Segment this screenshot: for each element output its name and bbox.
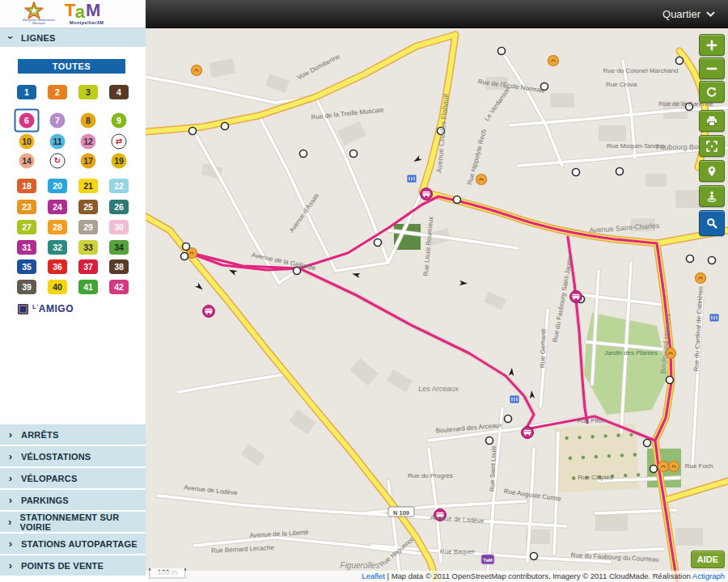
line-badge-35[interactable]: 35 xyxy=(17,259,36,274)
reset-view-button[interactable] xyxy=(699,81,725,103)
line-badge-41[interactable]: 41 xyxy=(78,280,98,294)
tam-shop-icon: TaM xyxy=(481,555,494,564)
line-badge-9[interactable]: 9 xyxy=(112,113,127,129)
search-button[interactable] xyxy=(699,210,725,236)
line-badge-34[interactable]: 34 xyxy=(109,240,129,255)
chevron-right-icon: › xyxy=(0,516,20,528)
zoom-out-button[interactable] xyxy=(699,57,725,79)
line-badge-23[interactable]: 23 xyxy=(17,200,36,214)
aide-button[interactable]: AIDE xyxy=(691,550,725,568)
map-base: N 109 TaM Voie DomitienneRue de la Treil… xyxy=(146,28,728,582)
actigraph-link[interactable]: Actigraph xyxy=(692,571,725,580)
section-stationnement-sur-voirie[interactable]: ›STATIONNEMENT SUR VOIRIE xyxy=(0,512,146,532)
line-badge-26[interactable]: 26 xyxy=(109,200,129,214)
line-badge-40[interactable]: 40 xyxy=(48,280,67,294)
chevron-right-icon: › xyxy=(0,472,21,484)
toutes-button[interactable]: TOUTES xyxy=(18,59,125,74)
map-canvas[interactable]: N 109 TaM Voie DomitienneRue de la Treil… xyxy=(146,28,728,582)
museum-icon xyxy=(408,175,417,183)
attribution-bar: Leaflet | Map data © 2011 OpenStreetMap … xyxy=(146,571,728,582)
stop-marker xyxy=(686,103,693,111)
la-ronde-icon[interactable]: ⇄ xyxy=(112,134,127,150)
section-velostations[interactable]: ›VÉLOSTATIONS xyxy=(0,446,146,466)
section-veloparcs[interactable]: ›VÉLOPARCS xyxy=(0,468,146,488)
line-badge-30[interactable]: 30 xyxy=(109,220,129,234)
line-badge-18[interactable]: 18 xyxy=(17,179,36,193)
locate-button[interactable] xyxy=(699,160,725,182)
poi-marker xyxy=(669,462,679,472)
line-badge-6[interactable]: 6 xyxy=(19,113,35,129)
line-badge-37[interactable]: 37 xyxy=(78,259,98,274)
line-badge-24[interactable]: 24 xyxy=(48,200,67,214)
line-badge-20[interactable]: 20 xyxy=(48,179,67,193)
app-window: Montpellier Méditerranée Métropole TaM M… xyxy=(0,0,728,582)
stop-marker xyxy=(498,48,506,55)
bus-marker xyxy=(522,427,534,439)
line-badge-17[interactable]: 17 xyxy=(81,154,96,169)
chevron-right-icon: › xyxy=(0,538,21,550)
line-badge-8[interactable]: 8 xyxy=(81,113,96,129)
section-stations-autopartage[interactable]: ›STATIONS AUTOPARTAGE xyxy=(0,534,146,554)
line-badge-19[interactable]: 19 xyxy=(112,154,127,169)
poi-marker xyxy=(476,175,487,185)
amigo-link[interactable]: L'AMIGO xyxy=(18,303,74,314)
stop-marker xyxy=(454,196,461,204)
line-badge-12[interactable]: 12 xyxy=(81,134,96,150)
tam-logo-subtext: Montpellier3M xyxy=(70,20,104,25)
section-points-de-vente[interactable]: ›POINTS DE VENTE xyxy=(0,555,146,576)
line-badge-1[interactable]: 1 xyxy=(17,85,36,99)
fullscreen-button[interactable] xyxy=(699,135,725,157)
attribution-text: | Map data © 2011 OpenStreetMap contribu… xyxy=(385,571,692,580)
stop-marker xyxy=(294,268,301,275)
line-badge-36[interactable]: 36 xyxy=(48,259,67,274)
svg-text:N 109: N 109 xyxy=(393,509,409,517)
stop-marker xyxy=(676,57,684,65)
line-badge-28[interactable]: 28 xyxy=(48,220,67,234)
line-badge-3[interactable]: 3 xyxy=(78,85,98,99)
chevron-down-icon: › xyxy=(0,32,21,44)
quartier-menu[interactable]: Quartier xyxy=(662,0,715,28)
stop-marker xyxy=(667,377,674,384)
stop-marker xyxy=(644,440,651,447)
chevron-right-icon: › xyxy=(0,450,21,462)
section-lignes[interactable]: › LIGNES xyxy=(0,28,146,47)
line-badge-4[interactable]: 4 xyxy=(109,85,129,99)
line-badge-32[interactable]: 32 xyxy=(48,240,67,255)
line-badge-33[interactable]: 33 xyxy=(78,240,98,255)
leaflet-link[interactable]: Leaflet xyxy=(362,571,385,580)
tam-logo: TaM xyxy=(65,0,101,21)
line-badge-27[interactable]: 27 xyxy=(17,220,36,234)
line-badge-25[interactable]: 25 xyxy=(78,200,98,214)
section-parkings[interactable]: ›PARKINGS xyxy=(0,490,146,510)
line-badge-21[interactable]: 21 xyxy=(78,179,98,193)
stop-marker xyxy=(438,128,445,135)
stop-marker xyxy=(573,169,580,176)
bus-marker xyxy=(434,509,447,521)
print-button[interactable] xyxy=(699,110,725,132)
line-badge-10[interactable]: 10 xyxy=(19,134,35,150)
stop-marker xyxy=(650,466,658,473)
stop-marker xyxy=(616,168,624,175)
stop-marker xyxy=(531,553,538,560)
line-badge-42[interactable]: 42 xyxy=(109,280,129,294)
stop-marker xyxy=(505,415,512,423)
chevron-down-icon xyxy=(706,11,715,17)
chevron-right-icon: › xyxy=(0,559,21,571)
line-badge-22[interactable]: 22 xyxy=(109,179,129,193)
line-badge-14[interactable]: 14 xyxy=(19,154,35,169)
line-badge-7[interactable]: 7 xyxy=(50,113,66,129)
streetview-button[interactable] xyxy=(699,185,725,207)
la-navette-icon[interactable]: ↻ xyxy=(50,154,66,169)
line-badge-29[interactable]: 29 xyxy=(78,220,98,234)
line-badge-11[interactable]: 11 xyxy=(50,134,66,150)
line-badge-2[interactable]: 2 xyxy=(48,85,67,99)
section-arrets[interactable]: ›ARRÊTS xyxy=(0,424,146,445)
line-badge-38[interactable]: 38 xyxy=(109,259,129,274)
line-badge-31[interactable]: 31 xyxy=(17,240,36,255)
stop-marker xyxy=(709,257,716,264)
zoom-in-button[interactable] xyxy=(699,34,725,56)
line-badge-39[interactable]: 39 xyxy=(17,280,36,294)
stop-marker xyxy=(183,243,190,251)
poi-marker xyxy=(192,65,202,76)
chevron-right-icon: › xyxy=(0,494,21,506)
